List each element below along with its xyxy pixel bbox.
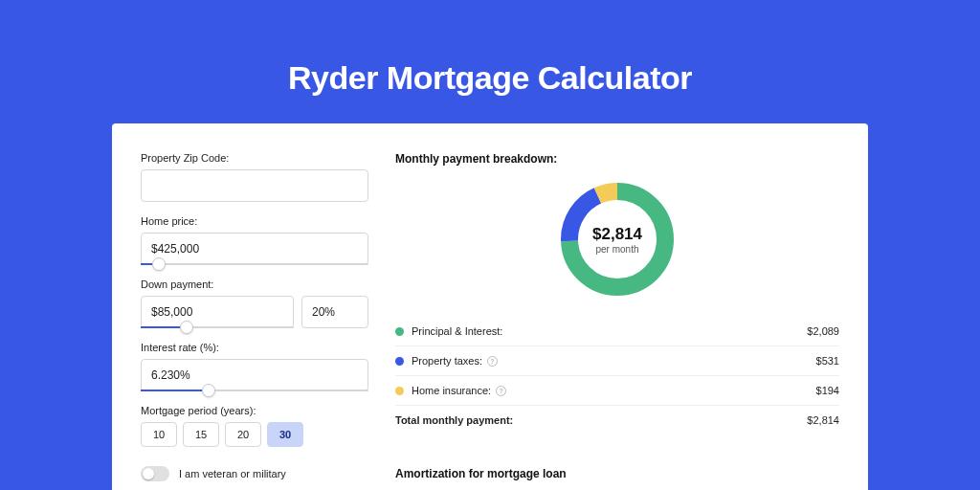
veteran-toggle[interactable] [141, 466, 169, 481]
legend-label: Property taxes:? [412, 355, 816, 367]
legend-dot [395, 387, 404, 395]
legend: Principal & Interest:$2,089Property taxe… [395, 317, 839, 406]
legend-label: Principal & Interest: [412, 325, 807, 337]
legend-value: $2,089 [807, 325, 839, 337]
legend-row: Home insurance:?$194 [395, 376, 839, 406]
period-field-group: Mortgage period (years): 10152030 [141, 405, 368, 447]
donut-chart-wrap: $2,814 per month [395, 179, 839, 300]
page-title: Ryder Mortgage Calculator [0, 0, 980, 97]
down-payment-label: Down payment: [141, 278, 368, 290]
amortization-title: Amortization for mortgage loan [395, 467, 839, 480]
donut-amount: $2,814 [592, 225, 642, 244]
legend-row: Principal & Interest:$2,089 [395, 317, 839, 346]
legend-value: $194 [816, 385, 839, 396]
legend-dot [395, 327, 404, 336]
down-payment-slider[interactable] [141, 326, 294, 328]
donut-chart: $2,814 per month [557, 179, 678, 300]
period-option-30[interactable]: 30 [267, 422, 303, 447]
veteran-label: I am veteran or military [179, 468, 286, 479]
zip-field-group: Property Zip Code: [141, 152, 368, 202]
period-options: 10152030 [141, 422, 368, 447]
down-payment-percent-input[interactable] [301, 296, 368, 328]
slider-thumb[interactable] [180, 321, 193, 334]
slider-thumb[interactable] [202, 384, 215, 397]
period-option-10[interactable]: 10 [141, 422, 177, 447]
total-row: Total monthly payment: $2,814 [395, 406, 839, 434]
home-price-field-group: Home price: [141, 215, 368, 265]
donut-sub: per month [592, 244, 642, 255]
breakdown-title: Monthly payment breakdown: [395, 152, 839, 166]
zip-label: Property Zip Code: [141, 152, 368, 164]
period-label: Mortgage period (years): [141, 405, 368, 416]
legend-row: Property taxes:?$531 [395, 346, 839, 376]
info-icon[interactable]: ? [487, 356, 498, 367]
home-price-input[interactable] [141, 233, 368, 265]
home-price-slider[interactable] [141, 263, 368, 265]
slider-fill [141, 390, 209, 391]
total-label: Total monthly payment: [395, 414, 807, 426]
period-option-20[interactable]: 20 [225, 422, 261, 447]
down-payment-amount-input[interactable] [141, 296, 294, 328]
interest-input[interactable] [141, 359, 368, 391]
interest-label: Interest rate (%): [141, 342, 368, 353]
donut-center: $2,814 per month [592, 225, 642, 255]
veteran-toggle-row: I am veteran or military [141, 466, 368, 481]
inputs-column: Property Zip Code: Home price: Down paym… [141, 152, 368, 490]
legend-value: $531 [816, 355, 839, 367]
breakdown-column: Monthly payment breakdown: $2,814 per mo… [395, 152, 839, 490]
period-option-15[interactable]: 15 [183, 422, 219, 447]
interest-slider[interactable] [141, 390, 368, 391]
amortization-section: Amortization for mortgage loan Amortizat… [395, 454, 839, 490]
slider-thumb[interactable] [152, 257, 166, 271]
legend-dot [395, 357, 404, 366]
total-value: $2,814 [807, 414, 839, 426]
interest-field-group: Interest rate (%): [141, 342, 368, 391]
zip-input[interactable] [141, 169, 368, 202]
legend-label: Home insurance:? [412, 385, 816, 396]
home-price-label: Home price: [141, 215, 368, 227]
down-payment-field-group: Down payment: [141, 278, 368, 328]
info-icon[interactable]: ? [496, 386, 506, 396]
calculator-card: Property Zip Code: Home price: Down paym… [112, 123, 868, 490]
